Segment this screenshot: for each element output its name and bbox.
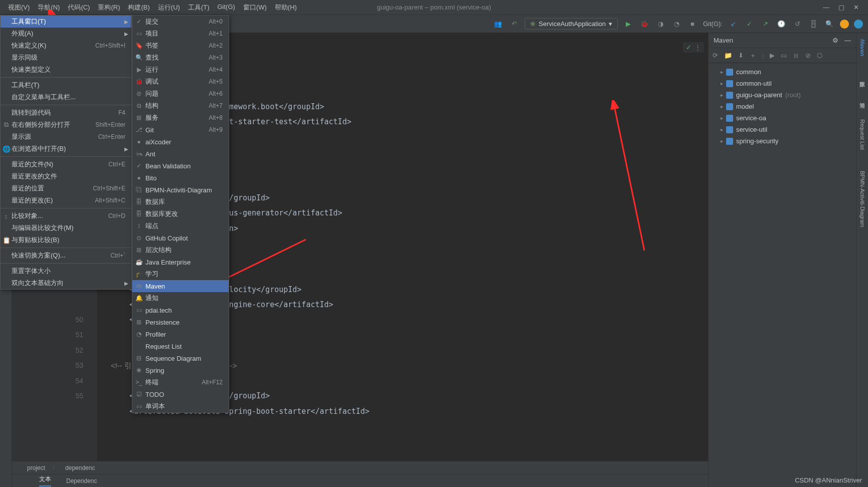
- coverage-button[interactable]: ◑: [655, 19, 666, 30]
- view-menu-item[interactable]: 最近更改的文件: [1, 170, 131, 182]
- view-menu-item[interactable]: ⧉在右侧拆分部分打开Shift+Enter: [1, 119, 131, 131]
- translate-icon[interactable]: 🂊: [808, 19, 819, 30]
- tool-window-item[interactable]: 🐜Ant: [132, 148, 229, 160]
- tool-window-item[interactable]: mMaven: [132, 280, 229, 292]
- menu-window[interactable]: 窗口(W): [239, 1, 271, 14]
- maven-module[interactable]: ▸service-util: [709, 124, 856, 135]
- view-menu-item[interactable]: 外观(A)▶: [1, 28, 131, 40]
- menu-run[interactable]: 运行(U): [154, 1, 184, 14]
- menu-help[interactable]: 帮助(H): [271, 1, 301, 14]
- tool-window-item[interactable]: ⎇GitAlt+9: [132, 124, 229, 136]
- offline-icon[interactable]: ⬡: [817, 52, 822, 59]
- tool-window-item[interactable]: ⊟Sequence Diagram: [132, 352, 229, 364]
- search-icon[interactable]: 🔍: [824, 19, 835, 30]
- view-menu-item[interactable]: 最近的位置Ctrl+Shift+E: [1, 182, 131, 194]
- tool-window-item[interactable]: 🎓学习: [132, 268, 229, 280]
- tool-window-item[interactable]: ▶运行Alt+4: [132, 64, 229, 76]
- menu-code[interactable]: 代码(C): [64, 1, 94, 14]
- back-icon[interactable]: ↶: [508, 19, 519, 30]
- gear-icon[interactable]: ⚙: [832, 37, 838, 44]
- users-icon[interactable]: 👥: [492, 19, 503, 30]
- view-menu-item[interactable]: 快速定义(K)Ctrl+Shift+I: [1, 40, 131, 52]
- tool-window-item[interactable]: ●aiXcoder: [132, 136, 229, 148]
- tool-window-item[interactable]: ⊙GitHub Copilot: [132, 232, 229, 244]
- menu-build[interactable]: 构建(B): [124, 1, 153, 14]
- view-menu-item[interactable]: 双向文本基础方向▶: [1, 277, 131, 289]
- minimize-button[interactable]: —: [823, 4, 829, 11]
- tool-window-item[interactable]: ◔Profiler: [132, 328, 229, 340]
- profile-button[interactable]: ◔: [671, 19, 682, 30]
- tool-window-item[interactable]: 🔍查找Alt+3: [132, 52, 229, 64]
- execute-icon[interactable]: ▭: [781, 52, 787, 59]
- tool-window-item[interactable]: ⊞服务Alt+8: [132, 112, 229, 124]
- refresh-icon[interactable]: ⟳: [713, 52, 718, 59]
- view-menu-item[interactable]: 工具栏(T): [1, 79, 131, 91]
- tool-window-item[interactable]: ⊘问题Alt+6: [132, 88, 229, 100]
- avatar-1[interactable]: [840, 20, 849, 29]
- right-tab-maven[interactable]: Maven: [859, 36, 865, 59]
- tool-window-item[interactable]: ☑TODO: [132, 388, 229, 400]
- tool-window-item[interactable]: ✓提交Alt+0: [132, 16, 229, 28]
- tool-window-item[interactable]: ⟟端点: [132, 220, 229, 232]
- tool-window-item[interactable]: Request List: [132, 340, 229, 352]
- add-icon[interactable]: ＋: [750, 51, 756, 60]
- view-menu-item[interactable]: 自定义菜单与工具栏...: [1, 91, 131, 103]
- menu-navigate[interactable]: 导航(N): [34, 1, 64, 14]
- run-maven-icon[interactable]: ▶: [770, 52, 775, 59]
- tool-window-item[interactable]: 🗄数据库更改: [132, 208, 229, 220]
- generate-sources-icon[interactable]: 📁: [724, 52, 732, 59]
- view-menu-item[interactable]: 最近的更改(E)Alt+Shift+C: [1, 194, 131, 206]
- tool-window-item[interactable]: 🗄数据库: [132, 196, 229, 208]
- maven-module[interactable]: ▸service-oa: [709, 112, 856, 124]
- maven-module[interactable]: ▸model: [709, 101, 856, 112]
- view-menu-item[interactable]: 快速切换方案(Q)...Ctrl+`: [1, 250, 131, 262]
- tab-dependencies[interactable]: Dependenc: [66, 477, 97, 484]
- maximize-button[interactable]: ▢: [838, 4, 844, 11]
- view-menu-item[interactable]: 工具窗口(T)▶: [1, 16, 131, 28]
- view-menu-item[interactable]: 最近的文件(N)Ctrl+E: [1, 158, 131, 170]
- tool-window-item[interactable]: ⿻BPMN-Activiti-Diagram: [132, 184, 229, 196]
- run-config-selector[interactable]: ❀ ServiceAuthApplication ▾: [525, 18, 618, 30]
- tool-window-item[interactable]: ▭单词本: [132, 400, 229, 412]
- avatar-2[interactable]: [854, 20, 863, 29]
- tool-window-item[interactable]: ⧉结构Alt+7: [132, 100, 229, 112]
- right-tab-notifications[interactable]: 通知: [858, 95, 866, 101]
- skip-tests-icon[interactable]: ⊘: [805, 52, 811, 59]
- menu-refactor[interactable]: 重构(R): [94, 1, 124, 14]
- tool-window-item[interactable]: ❀Spring: [132, 364, 229, 376]
- tab-text[interactable]: 文本: [39, 475, 51, 486]
- stop-button[interactable]: ■: [687, 19, 698, 30]
- breadcrumb-item[interactable]: dependenc: [65, 464, 95, 471]
- view-menu-item[interactable]: 📋与剪贴板比较(B): [1, 234, 131, 246]
- right-tab-bpmn[interactable]: BPMN-Activiti-Diagram: [859, 168, 865, 230]
- menu-git[interactable]: Git(G): [213, 1, 239, 14]
- maven-module[interactable]: ▸common-util: [709, 78, 856, 89]
- right-tab-requests[interactable]: Request List: [859, 116, 865, 153]
- tool-window-item[interactable]: 🔖书签Alt+2: [132, 40, 229, 52]
- view-menu-item[interactable]: 与编辑器比较文件(M): [1, 222, 131, 234]
- git-history-icon[interactable]: 🕐: [776, 19, 787, 30]
- view-menu-item[interactable]: 快速类型定义: [1, 64, 131, 76]
- tool-window-item[interactable]: ▭项目Alt+1: [132, 28, 229, 40]
- tool-window-item[interactable]: ●Bito: [132, 172, 229, 184]
- maven-module[interactable]: ▸common: [709, 66, 856, 78]
- minimize-panel-icon[interactable]: —: [844, 37, 851, 44]
- tool-window-item[interactable]: 🔔通知: [132, 292, 229, 304]
- view-menu-item[interactable]: 跳转到源代码F4: [1, 107, 131, 119]
- git-push-icon[interactable]: ↗: [760, 19, 771, 30]
- toggle-icon[interactable]: ⫼: [793, 52, 799, 59]
- maven-module[interactable]: ▸spring-security: [709, 135, 856, 147]
- tool-window-item[interactable]: ▭pdai.tech: [132, 304, 229, 316]
- maven-module[interactable]: ▸guigu-oa-parent (root): [709, 89, 856, 101]
- git-rollback-icon[interactable]: ↺: [792, 19, 803, 30]
- analysis-indicator[interactable]: ✓ ⋮: [683, 42, 704, 53]
- run-button[interactable]: ▶: [623, 19, 634, 30]
- tool-window-item[interactable]: ☕Java Enterprise: [132, 256, 229, 268]
- git-pull-icon[interactable]: ↙: [728, 19, 739, 30]
- view-menu-item[interactable]: 显示源Ctrl+Enter: [1, 131, 131, 143]
- breadcrumb-item[interactable]: project: [27, 464, 45, 471]
- debug-button[interactable]: 🐞: [639, 19, 650, 30]
- tool-window-item[interactable]: ⊞层次结构: [132, 244, 229, 256]
- view-menu-item[interactable]: ↕比较对象...Ctrl+D: [1, 210, 131, 222]
- menu-view[interactable]: 视图(V): [4, 1, 34, 14]
